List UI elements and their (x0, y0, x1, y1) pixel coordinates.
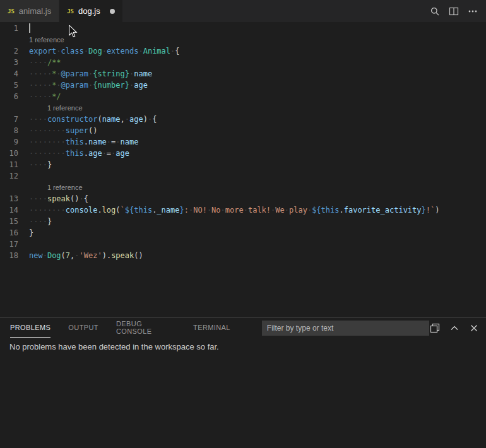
problems-panel-body: No problems have been detected in the wo… (0, 338, 486, 356)
bottom-panel: PROBLEMS OUTPUT DEBUG CONSOLE TERMINAL (0, 317, 486, 448)
code-line-content[interactable]: ········super() (29, 125, 97, 136)
code-line: 16} (0, 227, 486, 239)
code-line-content[interactable]: ·····*/ (29, 91, 61, 102)
tab-debug-console[interactable]: DEBUG CONSOLE (116, 318, 175, 338)
tab-animal-js[interactable]: JS animal.js (0, 0, 59, 22)
line-number: 11 (0, 159, 29, 170)
tab-dog-js[interactable]: JS dog.js (59, 0, 122, 22)
code-line-content[interactable]: ·····*·@param·{number}·age (29, 80, 148, 91)
code-line: 1 (0, 23, 486, 34)
line-number: 3 (0, 57, 29, 68)
code-line-content[interactable]: ········this.name·=·name (29, 136, 138, 148)
code-line: 7····constructor(name,·age)·{ (0, 114, 486, 125)
editor-actions (429, 0, 486, 22)
line-number: 8 (0, 125, 29, 136)
line-number (0, 34, 29, 45)
line-number (0, 102, 29, 114)
line-number: 10 (0, 148, 29, 159)
line-number: 6 (0, 91, 29, 102)
javascript-file-icon: JS (8, 8, 15, 15)
code-line: 8········super() (0, 125, 486, 136)
code-line: 4·····*·@param·{string}·name (0, 68, 486, 80)
more-actions-icon[interactable] (467, 6, 478, 17)
line-number: 5 (0, 80, 29, 91)
code-editor[interactable]: 11 reference2export·class·Dog·extends·An… (0, 22, 486, 317)
code-line: 18new·Dog(7,·'Wez').speak() (0, 250, 486, 261)
editor-tab-bar: JS animal.js JS dog.js (0, 0, 486, 22)
code-line: 12 (0, 170, 486, 182)
codelens-row: 1 reference (0, 102, 486, 114)
code-line-content[interactable]: ····speak()·{ (29, 193, 88, 204)
code-rows: 11 reference2export·class·Dog·extends·An… (0, 23, 486, 261)
javascript-file-icon: JS (67, 8, 74, 15)
problems-message: No problems have been detected in the wo… (9, 342, 477, 351)
split-editor-icon[interactable] (448, 6, 459, 17)
line-number: 7 (0, 114, 29, 125)
code-line-content[interactable]: } (29, 227, 33, 239)
code-line-content[interactable]: ····} (29, 216, 52, 227)
line-number: 13 (0, 193, 29, 204)
search-icon[interactable] (429, 6, 441, 17)
code-line-content[interactable]: ····/** (29, 57, 61, 68)
code-line: 15····} (0, 216, 486, 227)
line-number: 14 (0, 204, 29, 216)
code-line: 9········this.name·=·name (0, 136, 486, 148)
code-line-content[interactable]: ····constructor(name,·age)·{ (29, 114, 157, 125)
line-number: 17 (0, 239, 29, 250)
line-number: 15 (0, 216, 29, 227)
problems-filter-input[interactable] (262, 321, 429, 336)
code-line-content[interactable]: ········this.age·=·age (29, 148, 129, 159)
line-number: 4 (0, 68, 29, 80)
codelens-reference[interactable]: 1 reference (29, 182, 83, 193)
code-line: 10········this.age·=·age (0, 148, 486, 159)
code-line: 3····/** (0, 57, 486, 68)
code-line: 6·····*/ (0, 91, 486, 102)
line-number: 9 (0, 136, 29, 148)
code-line-content[interactable]: ········console.log(`${this._name}:·NO!·… (29, 204, 439, 216)
panel-header: PROBLEMS OUTPUT DEBUG CONSOLE TERMINAL (0, 318, 486, 338)
line-number: 1 (0, 23, 29, 34)
tab-terminal[interactable]: TERMINAL (193, 318, 230, 338)
line-number: 16 (0, 227, 29, 239)
code-line: 17 (0, 239, 486, 250)
codelens-reference[interactable]: 1 reference (29, 102, 83, 114)
code-line: 5·····*·@param·{number}·age (0, 80, 486, 91)
line-number: 2 (0, 45, 29, 57)
code-line-content[interactable]: ····} (29, 159, 52, 170)
code-line-content[interactable]: new·Dog(7,·'Wez').speak() (29, 250, 143, 261)
code-line: 2export·class·Dog·extends·Animal·{ (0, 45, 486, 57)
vscode-window: JS animal.js JS dog.js (0, 0, 486, 448)
chevron-up-icon[interactable] (449, 322, 460, 334)
tab-label: animal.js (19, 6, 51, 16)
panel-actions (429, 322, 480, 334)
collapse-all-icon[interactable] (429, 322, 441, 334)
tab-label: dog.js (78, 6, 100, 16)
tab-output[interactable]: OUTPUT (68, 318, 98, 338)
modified-indicator-dot[interactable] (110, 9, 115, 14)
close-icon[interactable] (468, 322, 480, 334)
line-number: 18 (0, 250, 29, 261)
code-line-content[interactable]: export·class·Dog·extends·Animal·{ (29, 45, 180, 57)
line-number: 12 (0, 170, 29, 182)
code-line-content[interactable]: ·····*·@param·{string}·name (29, 68, 152, 80)
code-line: 14········console.log(`${this._name}:·NO… (0, 204, 486, 216)
tab-problems[interactable]: PROBLEMS (10, 318, 50, 338)
codelens-reference[interactable]: 1 reference (29, 34, 64, 45)
code-line: 11····} (0, 159, 486, 170)
codelens-row: 1 reference (0, 182, 486, 193)
codelens-row: 1 reference (0, 34, 486, 45)
text-caret (29, 23, 30, 33)
code-line: 13····speak()·{ (0, 193, 486, 204)
line-number (0, 182, 29, 193)
